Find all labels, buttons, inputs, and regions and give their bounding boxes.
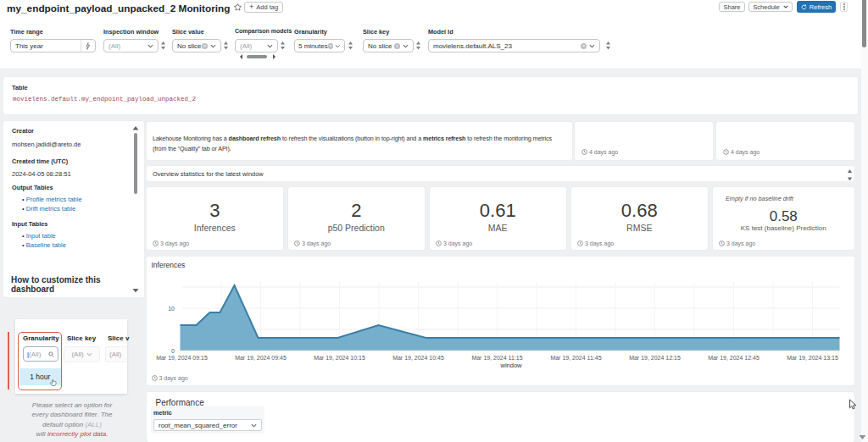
svg-text:Mar 19, 2024 11:45: Mar 19, 2024 11:45 [550,355,601,361]
svg-text:Mar 19, 2024 09:15: Mar 19, 2024 09:15 [156,355,208,361]
svg-text:Mar 19, 2024 11:15: Mar 19, 2024 11:15 [471,355,522,361]
svg-text:Mar 19, 2024 13:15: Mar 19, 2024 13:15 [787,355,838,361]
svg-text:window: window [499,362,522,369]
svg-text:Mar 19, 2024 10:45: Mar 19, 2024 10:45 [392,355,444,361]
svg-text:Mar 19, 2024 10:15: Mar 19, 2024 10:15 [314,355,365,361]
svg-text:0: 0 [171,348,175,354]
svg-text:10: 10 [168,306,175,312]
svg-text:Mar 19, 2024 12:15: Mar 19, 2024 12:15 [629,355,681,361]
svg-text:Mar 19, 2024 12:45: Mar 19, 2024 12:45 [708,355,760,361]
svg-text:Mar 19, 2024 09:45: Mar 19, 2024 09:45 [235,355,287,361]
